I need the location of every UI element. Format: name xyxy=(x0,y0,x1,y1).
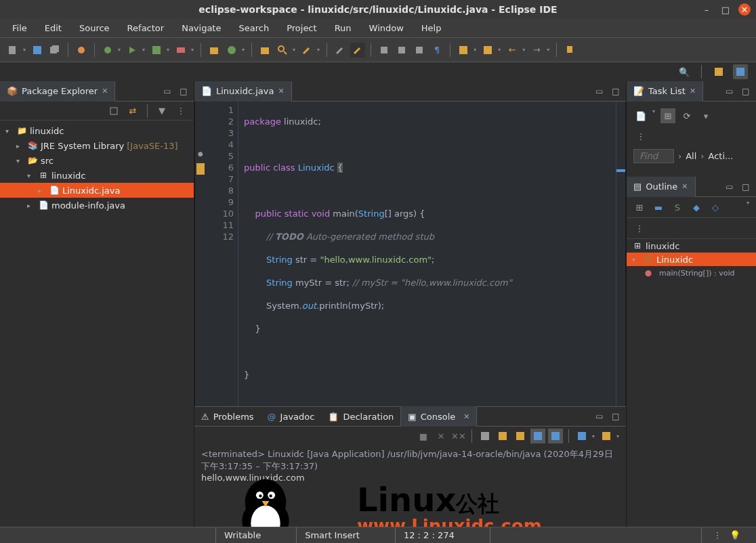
editor-tab[interactable]: 📄 Linuxidc.java ✕ xyxy=(194,81,292,102)
outline-method[interactable]: ● main(String[]) : void xyxy=(627,266,756,280)
ext-tools-icon[interactable] xyxy=(173,43,188,58)
search-icon[interactable] xyxy=(275,43,290,58)
maximize-view-icon[interactable]: □ xyxy=(177,85,190,97)
tree-file-linuxidc[interactable]: ▸📄 Linuxidc.java xyxy=(0,183,194,198)
sort-icon[interactable]: ⊞ xyxy=(632,200,647,215)
highlight-icon[interactable] xyxy=(350,43,365,58)
link-icon[interactable] xyxy=(74,43,89,58)
tree-project[interactable]: ▾📁 linuxidc xyxy=(0,123,194,138)
show-console-icon[interactable] xyxy=(548,429,563,443)
menu-run[interactable]: Run xyxy=(328,20,358,36)
minimize-button[interactable]: – xyxy=(700,3,713,16)
terminate-icon[interactable]: ■ xyxy=(416,429,431,443)
minimize-editor-icon[interactable]: ▭ xyxy=(593,85,606,97)
display-console-icon[interactable] xyxy=(574,429,589,443)
new-pkg-icon[interactable] xyxy=(207,43,222,58)
pin-console-icon[interactable] xyxy=(530,429,545,443)
categorize-icon[interactable]: ⊞ xyxy=(660,108,675,123)
nav-icon[interactable] xyxy=(456,43,471,58)
save-icon[interactable] xyxy=(30,43,45,58)
tasklist-tab[interactable]: 📝 Task List ✕ xyxy=(627,81,703,102)
close-button[interactable]: ✕ xyxy=(738,3,751,16)
menu-navigate[interactable]: Navigate xyxy=(175,20,228,36)
tree-file-module[interactable]: ▸📄 module-info.java xyxy=(0,198,194,213)
word-wrap-icon[interactable] xyxy=(513,429,528,443)
collapse-all-icon[interactable] xyxy=(106,104,121,118)
maximize-view-icon[interactable]: □ xyxy=(610,410,622,422)
tree-src[interactable]: ▾📂 src xyxy=(0,153,194,168)
menu-help[interactable]: Help xyxy=(415,20,448,36)
close-icon[interactable]: ✕ xyxy=(690,87,696,95)
bulb-icon[interactable]: 💡 xyxy=(728,528,742,543)
open-perspective-icon[interactable] xyxy=(711,64,726,79)
console-output[interactable]: <terminated> Linuxidc [Java Application]… xyxy=(194,446,626,527)
back-icon[interactable]: ← xyxy=(505,43,520,58)
declaration-tab[interactable]: 📋Declaration xyxy=(321,406,400,427)
tip-icon[interactable]: ⋮ xyxy=(710,528,725,543)
javadoc-tab[interactable]: @Javadoc xyxy=(261,406,322,427)
outline-tab[interactable]: ▤ Outline ✕ xyxy=(627,177,696,197)
menu-window[interactable]: Window xyxy=(362,20,411,36)
tree-package[interactable]: ▾⊞ linuxidc xyxy=(0,168,194,183)
close-icon[interactable]: ✕ xyxy=(102,87,108,95)
maximize-button[interactable]: □ xyxy=(719,3,732,16)
menu-file[interactable]: File xyxy=(5,20,34,36)
minimize-view-icon[interactable]: ▭ xyxy=(723,85,736,97)
overview-ruler[interactable] xyxy=(616,102,625,406)
coverage-icon[interactable] xyxy=(149,43,164,58)
menu-search[interactable]: Search xyxy=(232,20,276,36)
package-explorer-tab[interactable]: 📦 Package Explorer ✕ xyxy=(0,81,115,102)
sync-icon[interactable]: ⟳ xyxy=(679,108,694,123)
remove-launch-icon[interactable]: ✕ xyxy=(434,429,448,443)
activate-link[interactable]: Acti... xyxy=(709,151,734,161)
close-icon[interactable]: ✕ xyxy=(681,182,688,191)
bookmark-icon[interactable] xyxy=(480,43,495,58)
open-type-icon[interactable] xyxy=(257,43,272,58)
filter-icon[interactable]: ▼ xyxy=(154,104,169,118)
hide-static-icon[interactable]: S xyxy=(670,200,685,215)
outline-package[interactable]: ⊞ linuxidc xyxy=(627,239,756,253)
java-perspective-icon[interactable] xyxy=(733,64,748,79)
open-console-icon[interactable] xyxy=(599,429,614,443)
problems-tab[interactable]: ⚠Problems xyxy=(194,406,261,427)
maximize-view-icon[interactable]: □ xyxy=(740,85,752,97)
collapse-icon[interactable]: ▾ xyxy=(698,108,713,123)
debug-icon[interactable] xyxy=(100,43,115,58)
format-icon[interactable] xyxy=(412,43,427,58)
clear-console-icon[interactable] xyxy=(478,429,492,443)
find-input[interactable] xyxy=(633,149,674,163)
pin-icon[interactable] xyxy=(562,43,577,58)
code-editor[interactable]: ● 1 2 3 4 5 6 7 8 9 10 11 12 package lin… xyxy=(194,102,626,406)
forward-icon[interactable]: → xyxy=(529,43,544,58)
code-content[interactable]: package linuxidc; public class Linuxidc … xyxy=(238,102,616,406)
minimize-view-icon[interactable]: ▭ xyxy=(593,410,606,422)
save-all-icon[interactable] xyxy=(47,43,62,58)
maximize-editor-icon[interactable]: □ xyxy=(610,85,622,97)
hide-local-icon[interactable]: ◇ xyxy=(708,200,723,215)
pilcrow-icon[interactable]: ¶ xyxy=(429,43,444,58)
hide-fields-icon[interactable]: ▬ xyxy=(651,200,666,215)
all-link[interactable]: All xyxy=(686,151,696,161)
new-class-icon[interactable] xyxy=(224,43,239,58)
view-menu-icon[interactable]: ⋮ xyxy=(633,129,648,144)
menu-refactor[interactable]: Refactor xyxy=(121,20,171,36)
view-menu-icon[interactable]: ⋮ xyxy=(173,104,188,118)
outline-class[interactable]: ▾ Ⓒ Linuxidc xyxy=(627,253,756,266)
maximize-view-icon[interactable]: □ xyxy=(740,181,752,193)
annotate-icon[interactable] xyxy=(299,43,314,58)
build-icon[interactable] xyxy=(394,43,409,58)
menu-project[interactable]: Project xyxy=(280,20,323,36)
toggle-mark-icon[interactable] xyxy=(333,43,348,58)
tree-jre[interactable]: ▸📚 JRE System Library [JavaSE-13] xyxy=(0,138,194,153)
link-editor-icon[interactable]: ⇄ xyxy=(125,104,140,118)
menu-edit[interactable]: Edit xyxy=(38,20,68,36)
run-icon[interactable] xyxy=(125,43,140,58)
remove-all-icon[interactable]: ✕✕ xyxy=(451,429,466,443)
minimize-view-icon[interactable]: ▭ xyxy=(723,181,736,193)
quick-access-icon[interactable]: 🔍 xyxy=(677,64,692,79)
new-icon[interactable] xyxy=(5,43,20,58)
minimize-view-icon[interactable]: ▭ xyxy=(161,85,173,97)
hide-non-public-icon[interactable]: ◆ xyxy=(689,200,704,215)
close-icon[interactable]: ✕ xyxy=(463,412,469,421)
menu-source[interactable]: Source xyxy=(72,20,117,36)
